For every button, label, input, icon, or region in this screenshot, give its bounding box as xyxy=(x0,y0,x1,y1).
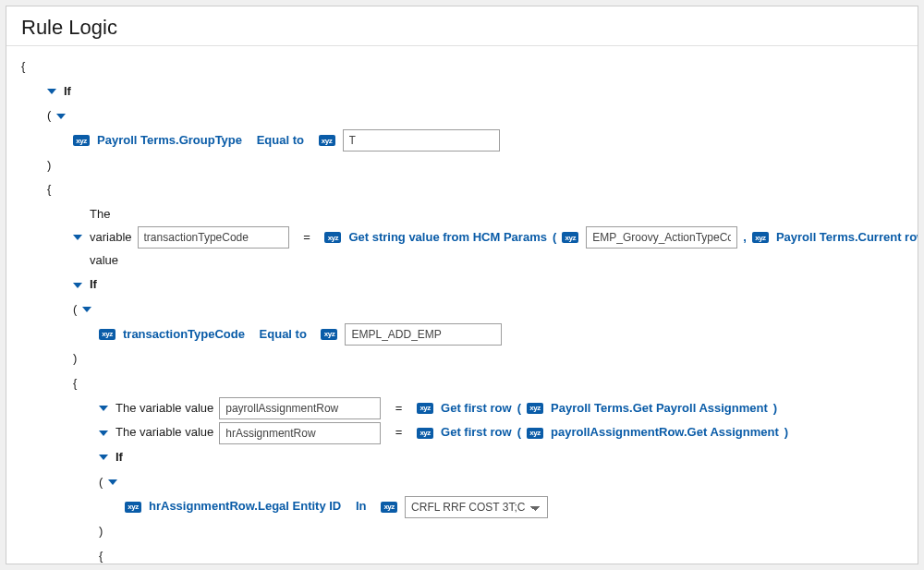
xyz-icon: xyz xyxy=(381,502,397,513)
operator-link[interactable]: Equal to xyxy=(260,323,307,346)
xyz-icon: xyz xyxy=(99,329,116,340)
xyz-icon: xyz xyxy=(73,135,90,146)
xyz-icon: xyz xyxy=(319,135,335,146)
xyz-icon: xyz xyxy=(125,502,141,513)
variable-label: The variable value xyxy=(116,421,213,444)
variable-name-input[interactable] xyxy=(219,422,381,444)
xyz-icon: xyz xyxy=(417,403,433,414)
expand-icon[interactable] xyxy=(99,431,108,436)
rule-body: { If ( xyz Payroll Terms.GroupType Equal… xyxy=(6,46,918,564)
variable-label: The variable value xyxy=(90,203,132,272)
open-brace: { xyxy=(21,55,903,79)
expand-icon[interactable] xyxy=(99,406,108,411)
expand-icon[interactable] xyxy=(56,114,66,119)
arg-input-actiontypecode[interactable] xyxy=(586,226,737,249)
condition-row-transactiontype: xyz transactionTypeCode Equal to xyz xyxy=(21,323,903,346)
xyz-icon: xyz xyxy=(752,232,769,243)
equals-sign: = xyxy=(395,397,403,420)
assignment-row-transactiontypecode: The variable value = xyz Get string valu… xyxy=(21,203,903,272)
close-paren-row: ) xyxy=(21,520,903,543)
xyz-icon: xyz xyxy=(321,329,337,340)
expand-icon[interactable] xyxy=(73,283,82,288)
xyz-icon: xyz xyxy=(562,232,578,243)
equals-sign: = xyxy=(303,226,310,249)
assignment-row-payrollassignmentrow: The variable value = xyz Get first row( … xyxy=(21,397,903,420)
close-paren-row: ) xyxy=(21,154,903,177)
field-link[interactable]: hrAssignmentRow.Legal Entity ID xyxy=(149,495,341,518)
equals-sign: = xyxy=(395,421,403,444)
expand-icon[interactable] xyxy=(73,235,82,240)
expand-icon[interactable] xyxy=(47,89,56,94)
open-brace-row: { xyxy=(21,178,903,201)
value-select-legalentity[interactable]: CRFL RRF COST 3T;C xyxy=(405,496,548,518)
if-keyword: If xyxy=(90,273,97,297)
if-keyword-row: If xyxy=(21,446,903,469)
expand-icon[interactable] xyxy=(108,479,117,485)
xyz-icon: xyz xyxy=(417,428,433,439)
open-paren-row: ( xyxy=(21,104,903,127)
value-input-empl-add[interactable] xyxy=(345,323,502,346)
function-link[interactable]: Get first row xyxy=(441,421,512,444)
xyz-icon: xyz xyxy=(527,428,543,439)
open-paren-row: ( xyxy=(21,298,903,321)
variable-name-input[interactable] xyxy=(138,226,289,249)
field-link[interactable]: Payroll Terms.GroupType xyxy=(97,129,242,152)
comma: , xyxy=(743,226,747,249)
field-link[interactable]: Payroll Terms.Get Payroll Assignment xyxy=(551,397,768,420)
condition-row-legalentity: xyz hrAssignmentRow.Legal Entity ID In x… xyxy=(21,495,903,518)
if-keyword: If xyxy=(116,446,123,469)
close-paren-row: ) xyxy=(21,347,903,370)
open-brace-row: { xyxy=(21,545,903,564)
value-input-grouptype[interactable] xyxy=(343,129,500,152)
if-keyword-row: If xyxy=(21,273,903,297)
page-title: Rule Logic xyxy=(21,16,903,40)
if-keyword-row: If xyxy=(21,80,903,103)
field-link[interactable]: payrollAssignmentRow.Get Assignment xyxy=(551,421,779,444)
expand-icon[interactable] xyxy=(82,307,91,312)
function-link[interactable]: Get first row xyxy=(441,397,512,420)
xyz-icon: xyz xyxy=(527,403,543,414)
condition-row-grouptype: xyz Payroll Terms.GroupType Equal to xyz xyxy=(21,129,903,152)
expand-icon[interactable] xyxy=(99,455,108,460)
operator-link[interactable]: Equal to xyxy=(257,129,304,152)
if-keyword: If xyxy=(64,80,71,103)
assignment-row-hrassignmentrow: The variable value = xyz Get first row( … xyxy=(21,421,903,444)
xyz-icon: xyz xyxy=(324,232,341,243)
field-link[interactable]: Payroll Terms.Current row xyxy=(776,226,918,249)
variable-label: The variable value xyxy=(116,397,213,420)
field-link[interactable]: transactionTypeCode xyxy=(123,323,245,346)
operator-link[interactable]: In xyxy=(356,495,367,518)
panel-header: Rule Logic xyxy=(6,6,918,46)
rule-logic-panel: Rule Logic { If ( xyz Payroll Terms.Grou… xyxy=(6,6,918,564)
open-brace-row: { xyxy=(21,372,903,395)
variable-name-input[interactable] xyxy=(219,397,381,419)
function-link[interactable]: Get string value from HCM Params xyxy=(348,226,547,249)
open-paren-row: ( xyxy=(21,471,903,494)
